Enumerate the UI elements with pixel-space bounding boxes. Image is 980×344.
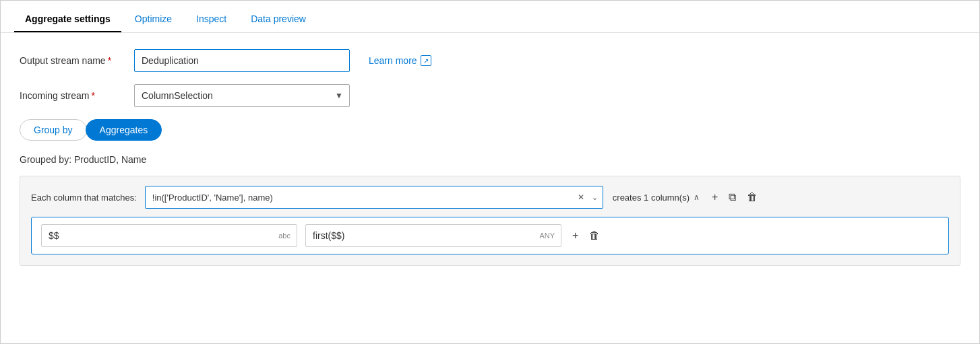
incoming-stream-select-wrapper: ColumnSelection ▼ (134, 84, 350, 107)
column-expr-expand-icon[interactable]: ⌄ (592, 193, 598, 202)
header-actions: + ⧉ 🗑 (709, 190, 760, 205)
main-container: Aggregate settings Optimize Inspect Data… (0, 0, 980, 344)
col-expr-wrapper: ANY (305, 224, 561, 247)
output-stream-row: Output stream name* Learn more ↗ (20, 49, 960, 72)
incoming-stream-select[interactable]: ColumnSelection (134, 84, 350, 107)
chevron-up-icon[interactable]: ∧ (694, 193, 700, 202)
aggregates-button[interactable]: Aggregates (86, 119, 162, 141)
output-stream-label: Output stream name* (20, 55, 134, 66)
group-by-button[interactable]: Group by (20, 119, 87, 141)
col-name-input[interactable] (41, 224, 297, 247)
incoming-stream-label: Incoming stream* (20, 90, 134, 101)
each-column-label: Each column that matches: (31, 193, 137, 203)
tab-optimize[interactable]: Optimize (124, 7, 183, 32)
col-name-wrapper: abc (41, 224, 297, 247)
tab-aggregate-settings[interactable]: Aggregate settings (14, 7, 121, 32)
column-expr-wrapper: ✕ ⌄ (145, 186, 603, 209)
column-header: Each column that matches: ✕ ⌄ creates 1 … (31, 186, 949, 209)
delete-column-button[interactable]: 🗑 (744, 190, 760, 205)
column-expr-input[interactable] (145, 186, 603, 209)
column-expr-clear-icon[interactable]: ✕ (578, 193, 584, 202)
external-link-icon: ↗ (421, 55, 431, 66)
tab-data-preview[interactable]: Data preview (240, 7, 317, 32)
copy-column-button[interactable]: ⧉ (726, 190, 739, 205)
add-row-button[interactable]: + (570, 228, 581, 243)
main-content: Output stream name* Learn more ↗ Incomin… (1, 33, 979, 343)
column-section: Each column that matches: ✕ ⌄ creates 1 … (20, 176, 960, 266)
grouped-by-text: Grouped by: ProductID, Name (20, 154, 960, 165)
tab-bar: Aggregate settings Optimize Inspect Data… (1, 1, 979, 33)
col-expr-type: ANY (539, 232, 555, 240)
creates-label: creates 1 column(s) (613, 193, 690, 203)
learn-more-link[interactable]: Learn more ↗ (369, 55, 431, 66)
col-expr-input[interactable] (305, 224, 561, 247)
incoming-stream-row: Incoming stream* ColumnSelection ▼ (20, 84, 960, 107)
delete-row-button[interactable]: 🗑 (586, 228, 603, 243)
column-row: abc ANY + 🗑 (31, 217, 949, 254)
col-name-type: abc (278, 232, 290, 240)
incoming-stream-required: * (91, 90, 94, 101)
toggle-group: Group by Aggregates (20, 119, 960, 141)
add-column-button[interactable]: + (709, 190, 721, 205)
output-stream-required: * (108, 55, 111, 66)
output-stream-input[interactable] (134, 49, 350, 72)
row-actions: + 🗑 (570, 228, 603, 243)
tab-inspect[interactable]: Inspect (185, 7, 237, 32)
